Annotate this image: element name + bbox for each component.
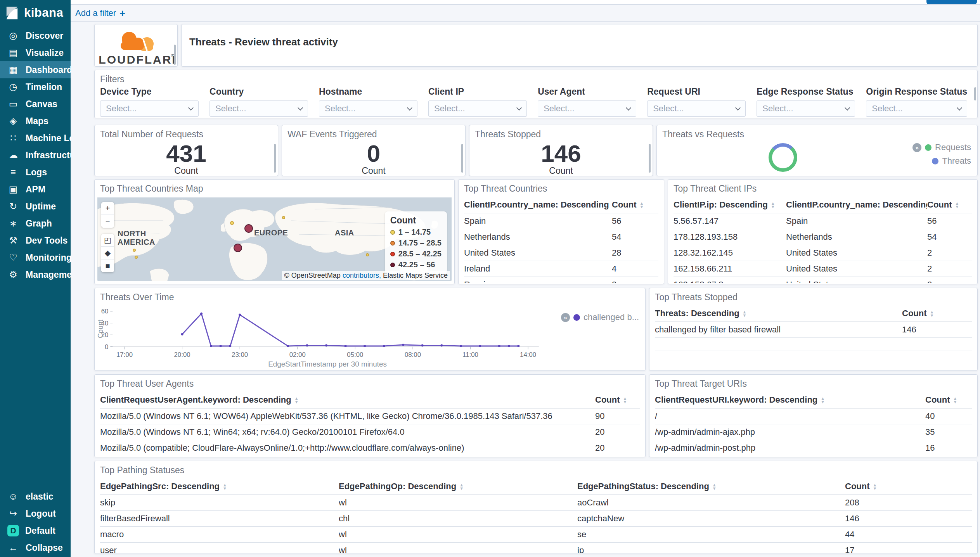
sidebar-item-discover[interactable]: ◎Discover bbox=[0, 27, 71, 44]
user-agent-select[interactable]: Select... bbox=[538, 100, 636, 117]
scrollbar[interactable] bbox=[174, 45, 176, 65]
map-label-europe: EUROPE bbox=[254, 228, 288, 237]
sidebar-item-logout[interactable]: ↪Logout bbox=[0, 505, 71, 522]
sidebar-item-monitoring[interactable]: ♡Monitoring bbox=[0, 249, 71, 266]
sidebar-item-timelion[interactable]: ◷Timelion bbox=[0, 78, 71, 95]
draw-polygon-button[interactable]: ◆ bbox=[101, 247, 114, 259]
column-header[interactable]: Count▲▼ bbox=[902, 305, 972, 322]
table-row: Mozilla/5.0 (compatible; CloudFlare-Alwa… bbox=[100, 440, 640, 456]
scrollbar[interactable] bbox=[649, 144, 651, 173]
edge-response-status-select[interactable]: Select... bbox=[757, 100, 855, 117]
column-header[interactable]: ClientRequestURI.keyword: Descending▲▼ bbox=[655, 392, 925, 408]
column-header[interactable]: EdgePathingOp: Descending▲▼ bbox=[339, 478, 577, 495]
sidebar-item-machine-le[interactable]: ∷Machine Le... bbox=[0, 130, 71, 147]
table-cell: Netherlands bbox=[464, 229, 612, 245]
sidebar-item-management[interactable]: ⚙Management bbox=[0, 266, 71, 283]
column-header[interactable]: EdgePathingSrc: Descending▲▼ bbox=[100, 478, 339, 495]
attribution-link[interactable]: contributors, bbox=[343, 272, 381, 279]
column-header[interactable]: ClientIP.country_name: Descending▲▼ bbox=[464, 197, 612, 213]
column-header[interactable]: ClientRequestUserAgent.keyword: Descendi… bbox=[100, 392, 595, 408]
sidebar-item-label: Visualize bbox=[26, 48, 64, 58]
map-marker-spain[interactable] bbox=[234, 244, 242, 252]
sidebar-item-collapse[interactable]: ←Collapse bbox=[0, 539, 71, 556]
column-header[interactable]: ClientIP.country_name: Descending▲▼ bbox=[786, 197, 927, 213]
add-filter-link[interactable]: Add a filter bbox=[75, 8, 116, 18]
secondary-nav: ☺elastic↪LogoutDDefault←Collapse bbox=[0, 488, 71, 556]
donut-chart[interactable] bbox=[769, 143, 797, 172]
column-header[interactable]: Count▲▼ bbox=[612, 197, 658, 213]
legend-label[interactable]: challenged b... bbox=[583, 312, 639, 322]
zoom-out-button[interactable]: − bbox=[101, 215, 114, 228]
metric-label: Count bbox=[95, 166, 278, 176]
metric-waf-events: WAF Events Triggered 0 Count bbox=[282, 125, 466, 176]
sidebar-item-apm[interactable]: ▣APM bbox=[0, 181, 71, 198]
sidebar-item-dashboard[interactable]: ▦Dashboard bbox=[0, 61, 71, 78]
column-header[interactable]: EdgePathingStatus: Descending▲▼ bbox=[577, 478, 845, 495]
legend-expand-icon[interactable]: » bbox=[912, 143, 921, 152]
sort-icon: ▲▼ bbox=[640, 202, 644, 209]
map-canvas[interactable]: NORTH AMERICA EUROPE ASIA + − ◰ ◆ ■ Coun… bbox=[97, 197, 452, 281]
client-ip-select[interactable]: Select... bbox=[428, 100, 527, 117]
table-row: userwlip17 bbox=[100, 543, 972, 553]
metric-threats-stopped: Threats Stopped 146 Count bbox=[469, 125, 653, 176]
crop-tool-button[interactable]: ◰ bbox=[101, 234, 114, 247]
kibana-brand[interactable]: kibana bbox=[0, 0, 71, 24]
sidebar-item-canvas[interactable]: ▭Canvas bbox=[0, 95, 71, 112]
sidebar-item-maps[interactable]: ◈Maps bbox=[0, 112, 71, 130]
top-threat-client-ips-panel: Top Threat Client IPs ClientIP.ip: Desce… bbox=[668, 179, 978, 284]
space-badge-icon: D bbox=[7, 525, 19, 536]
zoom-in-button[interactable]: + bbox=[101, 202, 114, 215]
sidebar-item-infrastructure[interactable]: ☁Infrastructure bbox=[0, 147, 71, 164]
canvas-icon: ▭ bbox=[7, 99, 19, 109]
select-placeholder: Select... bbox=[544, 104, 574, 114]
draw-rectangle-button[interactable]: ■ bbox=[101, 259, 114, 272]
timelion-icon: ◷ bbox=[7, 81, 19, 92]
filter-bar: Add a filter + bbox=[71, 5, 980, 22]
sidebar-item-visualize[interactable]: ▤Visualize bbox=[0, 44, 71, 61]
column-header[interactable]: Count▲▼ bbox=[845, 478, 972, 495]
map-marker-united-kingdom[interactable] bbox=[230, 221, 234, 225]
metric-title: Threats Stopped bbox=[475, 129, 541, 140]
column-header[interactable]: Count▲▼ bbox=[925, 392, 972, 408]
column-header[interactable]: ClientIP.ip: Descending▲▼ bbox=[674, 197, 786, 213]
column-header[interactable]: Count▲▼ bbox=[927, 197, 972, 213]
map-marker-us-central-1[interactable] bbox=[133, 249, 136, 252]
sidebar-item-uptime[interactable]: ↻Uptime bbox=[0, 198, 71, 215]
map-marker-netherlands[interactable] bbox=[244, 224, 253, 233]
table-cell: 2 bbox=[927, 261, 972, 277]
legend-label[interactable]: Threats bbox=[942, 156, 971, 166]
table-cell: 2 bbox=[927, 245, 972, 261]
map-marker-russia[interactable] bbox=[282, 216, 285, 219]
column-header[interactable]: Threats: Descending▲▼ bbox=[655, 305, 902, 322]
sidebar-item-default[interactable]: DDefault bbox=[0, 522, 71, 539]
table-cell: Ireland bbox=[464, 261, 612, 277]
scrollbar[interactable] bbox=[461, 144, 463, 173]
column-header[interactable]: Count▲▼ bbox=[595, 392, 640, 408]
plus-icon[interactable]: + bbox=[119, 8, 125, 19]
table-cell: 54 bbox=[927, 229, 972, 245]
pie-legend: » Requests Threats bbox=[912, 142, 971, 166]
update-button-clipped[interactable] bbox=[926, 0, 977, 4]
sidebar-item-dev-tools[interactable]: ⚒Dev Tools bbox=[0, 232, 71, 249]
map-marker-us-central-2[interactable] bbox=[135, 256, 138, 259]
chevron-down-icon bbox=[845, 105, 850, 110]
sidebar-item-graph[interactable]: ∗Graph bbox=[0, 215, 71, 232]
origin-response-status-select[interactable]: Select... bbox=[866, 100, 967, 117]
panel-title: Top Threats Stopped bbox=[655, 292, 738, 303]
scrollbar[interactable] bbox=[974, 87, 976, 100]
table-cell: 20 bbox=[595, 424, 640, 440]
scrollbar[interactable] bbox=[274, 144, 276, 173]
sidebar-item-logs[interactable]: ≡Logs bbox=[0, 164, 71, 181]
svg-text:02:00: 02:00 bbox=[289, 351, 306, 358]
device-type-select[interactable]: Select... bbox=[100, 100, 199, 117]
sidebar-item-elastic[interactable]: ☺elastic bbox=[0, 488, 71, 505]
line-chart[interactable]: 020406017:0020:0023:0002:0005:0008:0011:… bbox=[95, 288, 645, 370]
legend-expand-icon[interactable]: » bbox=[561, 313, 570, 322]
filter-label: Request URI bbox=[647, 86, 746, 97]
table-cell bbox=[655, 351, 902, 364]
map-marker-china[interactable] bbox=[366, 253, 369, 256]
country-select[interactable]: Select... bbox=[210, 100, 308, 117]
hostname-select[interactable]: Select... bbox=[319, 100, 417, 117]
legend-label[interactable]: Requests bbox=[935, 142, 971, 152]
request-uri-select[interactable]: Select... bbox=[647, 100, 746, 117]
